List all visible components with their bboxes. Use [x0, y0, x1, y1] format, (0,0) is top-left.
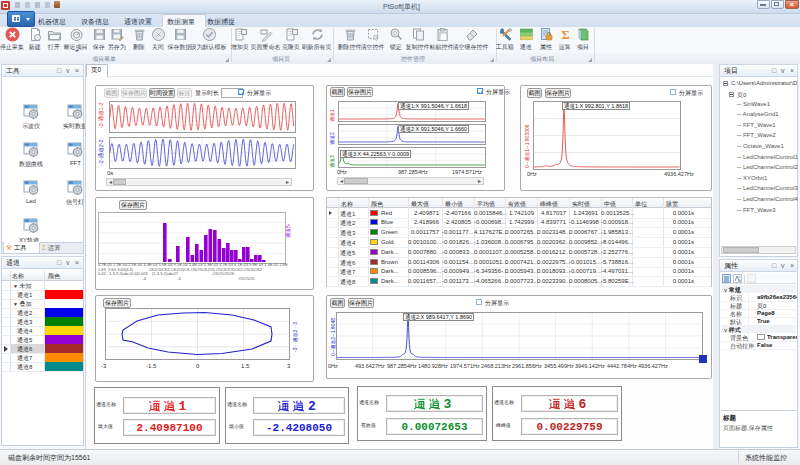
svg-text:Σ: Σ — [561, 27, 570, 42]
